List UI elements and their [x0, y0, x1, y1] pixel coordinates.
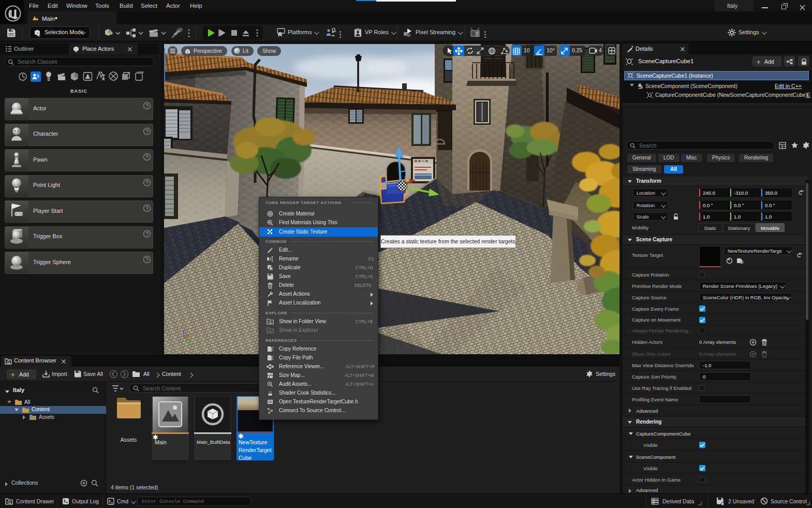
svg-text:z: z: [181, 325, 183, 330]
svg-text:x: x: [190, 332, 192, 337]
svg-text:y: y: [193, 342, 195, 346]
